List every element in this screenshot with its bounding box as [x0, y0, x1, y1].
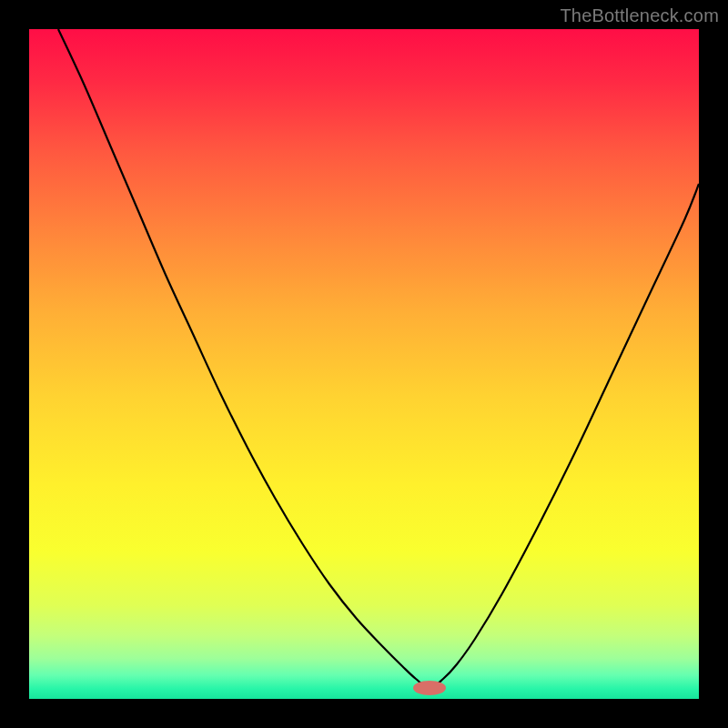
chart-frame: TheBottleneck.com: [0, 0, 728, 728]
watermark-text: TheBottleneck.com: [560, 5, 719, 26]
optimal-marker: [413, 681, 446, 695]
plot-area: [29, 29, 699, 699]
plot-svg: [29, 29, 699, 699]
gradient-background: [29, 29, 699, 699]
